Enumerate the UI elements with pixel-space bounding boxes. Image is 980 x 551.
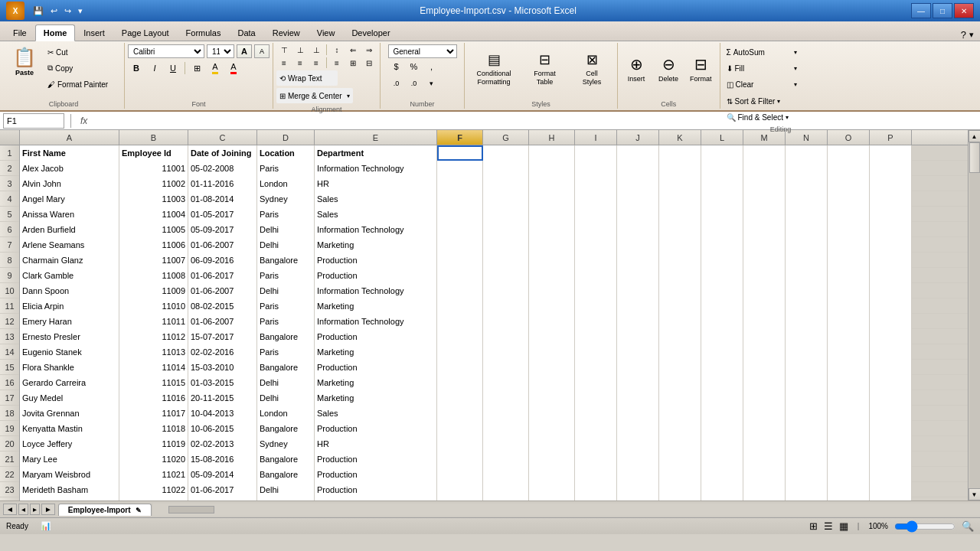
cell[interactable] [617,375,659,390]
format-painter-button[interactable]: 🖌 Format Painter [44,77,121,92]
cell[interactable] [828,253,870,268]
prev-tab-button[interactable]: ◂ [18,504,28,515]
cell[interactable] [575,436,617,452]
cell[interactable] [529,482,575,497]
cell[interactable] [575,497,617,500]
cell[interactable] [701,268,743,283]
cell[interactable] [870,482,912,497]
cell[interactable] [529,253,575,268]
percent-button[interactable]: % [406,60,423,73]
hscroll-track[interactable] [153,504,980,516]
cell[interactable] [483,421,529,436]
cell[interactable]: Paris [257,207,315,222]
cell[interactable] [617,222,659,237]
merge-center-button[interactable]: ⊞ Merge & Center ▾ [276,88,353,103]
cell[interactable]: 11006 [119,237,188,253]
cell[interactable] [437,283,483,298]
cell[interactable] [828,467,870,482]
cell[interactable] [437,268,483,283]
cell[interactable] [701,497,743,500]
cell[interactable] [701,360,743,375]
cell[interactable] [786,268,828,283]
cell[interactable] [575,467,617,482]
cell[interactable] [786,145,828,161]
cell[interactable] [659,207,701,222]
cell[interactable] [575,161,617,176]
col-header-n[interactable]: N [786,130,828,145]
cell[interactable] [743,497,786,500]
col-header-f[interactable]: F [437,130,483,145]
row-num-21[interactable]: 21 [0,452,19,467]
insert-cells-button[interactable]: ⊕ Insert [621,44,652,93]
cell[interactable]: HR [315,497,437,500]
cell[interactable]: 01-06-2007 [188,237,257,253]
cell[interactable] [701,329,743,344]
cell[interactable] [529,421,575,436]
cell[interactable] [828,344,870,360]
cell[interactable] [617,191,659,207]
cell[interactable]: 01-06-2017 [188,268,257,283]
decrease-font-button[interactable]: A [254,44,270,58]
row-num-17[interactable]: 17 [0,390,19,406]
cell[interactable]: Location [257,145,315,161]
cell[interactable]: Sydney [257,436,315,452]
cell[interactable] [659,268,701,283]
cell[interactable] [786,344,828,360]
cell[interactable] [786,436,828,452]
cell[interactable] [617,298,659,314]
cell[interactable]: Sales [315,207,437,222]
cell[interactable]: 11011 [119,314,188,329]
ribbon-collapse-icon[interactable]: ▾ [969,30,974,40]
col-header-b[interactable]: B [119,130,188,145]
cell[interactable] [828,283,870,298]
cell[interactable] [659,467,701,482]
cell[interactable]: Delhi [257,482,315,497]
cell[interactable] [437,452,483,467]
cell[interactable]: Merideth Basham [20,482,119,497]
cell[interactable] [529,161,575,176]
cell[interactable] [743,283,786,298]
cell-styles-button[interactable]: ⊠ Cell Styles [571,44,613,93]
cell[interactable] [617,497,659,500]
cell[interactable] [575,452,617,467]
cell[interactable]: 11004 [119,207,188,222]
cell[interactable] [870,344,912,360]
cell[interactable] [828,360,870,375]
cell[interactable] [870,222,912,237]
cell[interactable]: Production [315,268,437,283]
delete-cells-button[interactable]: ⊖ Delete [653,44,684,93]
borders-button[interactable]: ⊞ [188,61,205,75]
find-select-button[interactable]: 🔍 Find & Select ▾ [724,109,800,125]
maximize-button[interactable]: □ [933,3,952,18]
cell[interactable] [870,314,912,329]
cell[interactable] [437,314,483,329]
cell[interactable] [659,191,701,207]
cell[interactable]: Date of Joining [188,145,257,161]
cell[interactable]: Sydney [257,191,315,207]
col-header-c[interactable]: C [188,130,257,145]
cell[interactable] [828,207,870,222]
cell[interactable] [743,207,786,222]
cell[interactable]: 11019 [119,436,188,452]
cell[interactable]: Paris [257,161,315,176]
cell[interactable] [786,191,828,207]
cell[interactable] [701,406,743,421]
cell[interactable] [828,497,870,500]
cell[interactable] [483,406,529,421]
row-num-1[interactable]: 1 [0,145,19,161]
text-direction-button[interactable]: ↕ [329,44,345,55]
cell[interactable] [701,222,743,237]
row-num-2[interactable]: 2 [0,161,19,176]
cell[interactable]: Dann Spoon [20,283,119,298]
cell[interactable] [575,222,617,237]
align-extra2-button[interactable]: ⊟ [361,57,377,68]
quick-undo-button[interactable]: ↩ [48,5,60,17]
cell[interactable] [659,360,701,375]
cell[interactable]: Delhi [257,237,315,253]
cell[interactable] [786,452,828,467]
cell[interactable] [617,176,659,191]
cell[interactable] [529,222,575,237]
col-header-l[interactable]: L [701,130,743,145]
cell[interactable]: 01-11-2016 [188,176,257,191]
name-box[interactable] [3,113,64,129]
